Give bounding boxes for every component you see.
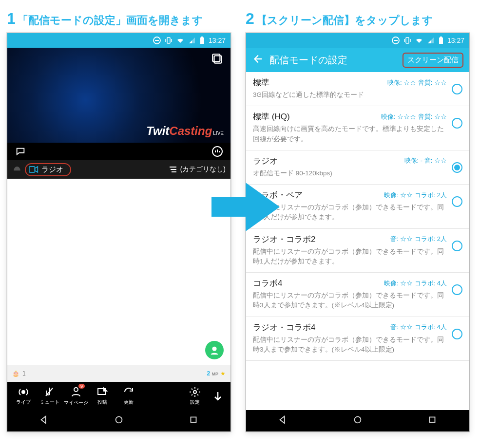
mode-meta: 映像: ☆☆ コラボ: 4人: [384, 279, 447, 288]
nav-mute[interactable]: ミュート: [37, 386, 63, 406]
nav-live[interactable]: ライブ: [10, 386, 37, 406]
mode-title: コラボ4: [253, 278, 282, 289]
mp-level: 1: [22, 370, 26, 377]
svg-point-9: [212, 347, 216, 351]
back-icon[interactable]: [39, 414, 50, 427]
bottom-nav: ライブ ミュート マイページ 投稿 更新 設定: [7, 382, 230, 410]
svg-rect-17: [394, 40, 398, 41]
radio-indicator[interactable]: [452, 196, 462, 207]
brand-logo: TwitCastingLIVE: [146, 124, 224, 138]
mode-row[interactable]: ラジオ・コラボ4音: ☆☆ コラボ: 4人配信中にリスナーの方がコラボ（参加）で…: [246, 317, 469, 361]
comment-area[interactable]: [7, 179, 230, 365]
svg-point-13: [193, 391, 196, 393]
mode-meta: 映像: - 音: ☆☆: [404, 156, 447, 165]
mode-toolbar: ラジオ (カテゴリなし): [7, 160, 230, 179]
radio-indicator[interactable]: [452, 329, 462, 339]
status-time: 13:27: [447, 37, 464, 44]
android-nav-bar: [7, 410, 230, 431]
step2-label: 2 【スクリーン配信】をタップします: [246, 10, 470, 28]
battery-icon: [439, 37, 443, 44]
video-icon: [29, 166, 38, 173]
mode-meta: 映像: ☆☆ 音質: ☆☆: [387, 78, 447, 87]
mode-row[interactable]: ラジオ・コラボ2音: ☆☆ コラボ: 2人配信中にリスナーの方がコラボ（参加）で…: [246, 229, 469, 273]
svg-rect-18: [406, 37, 409, 43]
poll-icon[interactable]: [211, 145, 224, 158]
star-icon: ★: [220, 370, 226, 377]
nav-post[interactable]: 投稿: [89, 386, 115, 406]
svg-rect-15: [191, 417, 196, 423]
svg-rect-4: [201, 37, 203, 37]
radio-mode-button[interactable]: ラジオ: [25, 163, 71, 176]
back-arrow-icon[interactable]: [252, 54, 263, 67]
phone-screen-1: 13:27 TwitCastingLIVE ラジオ: [7, 33, 231, 432]
home-icon[interactable]: [352, 414, 363, 427]
radio-indicator[interactable]: [452, 241, 462, 251]
svg-point-11: [74, 388, 78, 392]
svg-rect-8: [29, 167, 35, 172]
mode-meta: 音: ☆☆ コラボ: 4人: [390, 323, 447, 332]
mode-row[interactable]: コラボ4映像: ☆☆ コラボ: 4人配信中にリスナーの方がコラボ（参加）できるモ…: [246, 273, 469, 317]
signal-icon: [188, 37, 196, 44]
mode-row[interactable]: 標準映像: ☆☆ 音質: ☆☆3G回線などに適した標準的なモード: [246, 72, 469, 106]
nav-collapse[interactable]: [208, 390, 228, 402]
mode-title: ラジオ・コラボ4: [253, 322, 315, 333]
cake-icon: 🎂: [12, 370, 19, 377]
battery-icon: [200, 37, 205, 44]
mode-title: ラジオ: [253, 155, 278, 167]
screen-broadcast-button[interactable]: スクリーン配信: [403, 53, 463, 68]
category-button[interactable]: (カテゴリなし): [169, 165, 226, 174]
mode-desc: 高速回線向けに画質を高めたモードです。標準よりも安定した回線が必要です。: [253, 124, 447, 144]
home-icon[interactable]: [114, 414, 124, 427]
app-bar: 配信モードの設定 スクリーン配信: [246, 48, 469, 72]
mode-title: 標準 (HQ): [253, 111, 290, 122]
badge-icon: [70, 386, 82, 398]
radio-indicator[interactable]: [452, 162, 462, 173]
chat-icon[interactable]: [14, 145, 27, 158]
wifi-icon: [415, 37, 423, 44]
android-status-bar: 13:27: [7, 33, 230, 48]
vibrate-icon: [165, 37, 173, 44]
camera-preview: TwitCastingLIVE: [7, 48, 230, 143]
mode-desc: 配信中にリスナーの方がコラボ（参加）できるモードです。同時1人だけが参加できます…: [253, 203, 447, 223]
mode-row[interactable]: 標準 (HQ)映像: ☆☆☆ 音質: ☆☆高速回線向けに画質を高めたモードです。…: [246, 106, 469, 150]
step1-label: 1 「配信モードの設定」画面を開きます: [7, 10, 231, 28]
wifi-icon: [176, 37, 184, 44]
recents-icon[interactable]: [427, 414, 438, 427]
svg-rect-3: [200, 37, 204, 44]
mode-list[interactable]: 標準映像: ☆☆ 音質: ☆☆3G回線などに適した標準的なモード標準 (HQ)映…: [246, 72, 469, 410]
nav-mypage[interactable]: マイページ: [63, 386, 89, 406]
svg-rect-2: [167, 37, 170, 43]
gallery-icon[interactable]: [211, 53, 224, 67]
mode-desc: 3G回線などに適した標準的なモード: [253, 90, 447, 100]
radio-indicator[interactable]: [452, 284, 462, 295]
dnd-icon: [392, 37, 400, 44]
mode-meta: 映像: ☆☆☆ 音質: ☆☆: [381, 112, 447, 121]
status-time: 13:27: [209, 37, 226, 44]
radio-indicator[interactable]: [452, 84, 462, 94]
mode-desc: 配信中にリスナーの方がコラボ（参加）できるモードです。同時3人まで参加できます。…: [253, 335, 447, 355]
mode-row[interactable]: ラジオ映像: - 音: ☆☆オ配信モード 90-120kbps): [246, 150, 469, 185]
signal-icon: [427, 37, 435, 44]
android-status-bar: 13:27: [246, 33, 469, 48]
mode-meta: 映像: ☆☆ コラボ: 2人: [384, 191, 447, 200]
radio-label: ラジオ: [41, 165, 63, 174]
overlay-bar: [7, 143, 230, 160]
mp-bar: 🎂 1 2 MP ★: [7, 365, 230, 382]
mode-desc: 配信中にリスナーの方がコラボ（参加）できるモードです。同時3人まで参加できます。…: [253, 291, 447, 311]
svg-rect-20: [440, 37, 442, 37]
helmet-icon: [12, 164, 22, 175]
nav-settings[interactable]: 設定: [182, 386, 208, 406]
back-icon[interactable]: [278, 414, 288, 427]
nav-refresh[interactable]: 更新: [115, 386, 142, 406]
mode-title: ラジオ・コラボ2: [253, 234, 315, 245]
radio-indicator[interactable]: [452, 118, 462, 129]
svg-point-14: [116, 417, 122, 423]
mode-desc: オ配信モード 90-120kbps): [253, 168, 447, 178]
page-title: 配信モードの設定: [269, 54, 347, 67]
recents-icon[interactable]: [188, 414, 199, 427]
arrow-icon: [211, 180, 280, 234]
viewer-avatar-icon[interactable]: [205, 341, 224, 359]
svg-point-10: [22, 391, 25, 393]
vibrate-icon: [403, 37, 411, 44]
svg-point-21: [355, 417, 361, 423]
